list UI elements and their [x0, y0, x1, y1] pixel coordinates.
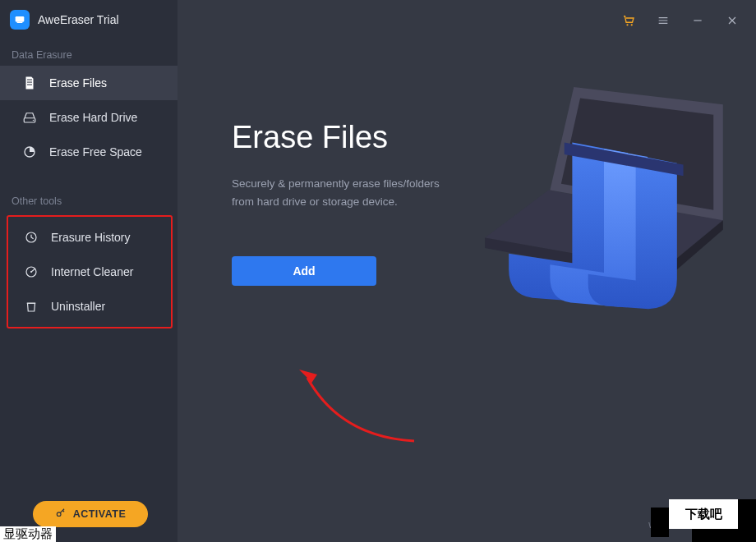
sidebar-item-erasure-history[interactable]: Erasure History [8, 220, 171, 255]
file-icon [21, 76, 38, 90]
main-content: Erase Files Securely & permanently erase… [232, 120, 495, 286]
hard-drive-icon [21, 110, 38, 125]
cutoff-text: 显驱动器 [0, 526, 56, 542]
gauge-icon [23, 264, 39, 279]
watermark-badge: 下载吧 [649, 499, 756, 542]
sidebar-section-data-erasure: Data Erasure [0, 38, 177, 66]
sidebar-item-erase-free-space[interactable]: Erase Free Space [0, 135, 177, 169]
close-icon[interactable] [723, 11, 741, 30]
sidebar-section-other-tools: Other tools [0, 169, 177, 212]
svg-rect-2 [27, 80, 32, 80]
sidebar: AweEraser Trial Data Erasure Erase Files… [0, 0, 177, 542]
main-area: Erase Files Securely & permanently erase… [177, 0, 756, 542]
activate-label: ACTIVATE [73, 508, 127, 520]
sidebar-item-label: Erase Free Space [49, 145, 142, 158]
svg-point-13 [631, 24, 633, 25]
svg-rect-3 [27, 82, 32, 83]
sidebar-item-label: Internet Cleaner [51, 265, 133, 278]
sidebar-item-internet-cleaner[interactable]: Internet Cleaner [8, 255, 171, 289]
cart-icon[interactable] [620, 11, 638, 30]
key-icon [55, 508, 67, 521]
page-description: Securely & permanently erase files/folde… [232, 175, 495, 210]
sidebar-item-label: Uninstaller [51, 300, 105, 313]
menu-icon[interactable] [654, 11, 672, 30]
svg-marker-19 [299, 370, 317, 384]
svg-rect-4 [27, 85, 32, 85]
titlebar [605, 0, 756, 41]
svg-point-12 [626, 24, 628, 25]
tutorial-highlight-box: Erasure History Internet Cleaner Uninsta… [7, 215, 173, 328]
sidebar-item-label: Erase Hard Drive [49, 111, 137, 124]
app-logo-icon [10, 10, 30, 30]
add-button[interactable]: Add [232, 256, 376, 286]
svg-point-10 [30, 271, 32, 273]
page-title: Erase Files [232, 120, 495, 155]
sidebar-item-erase-files[interactable]: Erase Files [0, 66, 177, 100]
minimize-icon[interactable] [689, 11, 707, 30]
activate-button[interactable]: ACTIVATE [33, 501, 148, 527]
svg-point-6 [33, 120, 35, 122]
clock-icon [23, 230, 39, 245]
pie-icon [21, 145, 38, 159]
trash-icon [23, 299, 39, 314]
app-window: AweEraser Trial Data Erasure Erase Files… [0, 0, 756, 542]
sidebar-item-uninstaller[interactable]: Uninstaller [8, 289, 171, 324]
sidebar-item-erase-hard-drive[interactable]: Erase Hard Drive [0, 100, 177, 135]
svg-point-11 [57, 512, 61, 516]
app-logo-row: AweEraser Trial [0, 0, 177, 38]
tutorial-arrow [291, 363, 422, 453]
erase-illustration [485, 87, 723, 317]
sidebar-item-label: Erasure History [51, 231, 130, 244]
sidebar-item-label: Erase Files [49, 76, 107, 90]
svg-rect-1 [17, 22, 23, 23]
svg-rect-0 [16, 16, 25, 22]
app-title: AweEraser Trial [38, 13, 119, 26]
